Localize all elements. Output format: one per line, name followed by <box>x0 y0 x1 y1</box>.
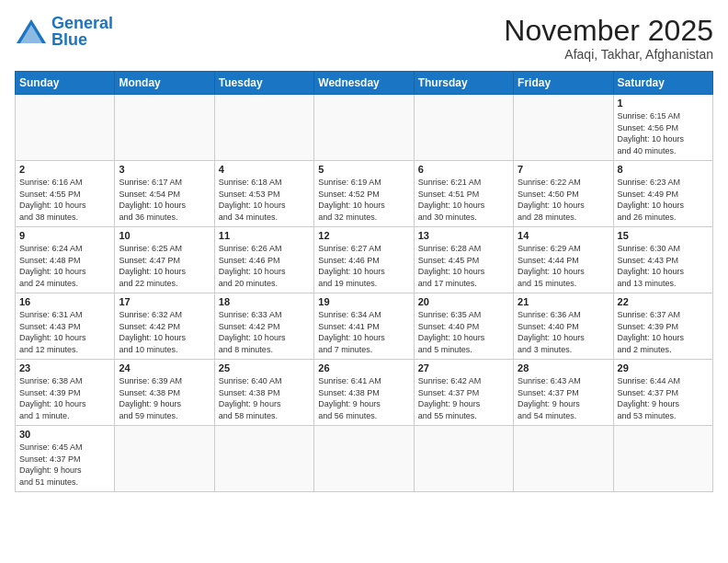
calendar-cell <box>414 95 513 161</box>
calendar-table: SundayMondayTuesdayWednesdayThursdayFrid… <box>15 71 713 491</box>
calendar-cell: 8Sunrise: 6:23 AM Sunset: 4:49 PM Daylig… <box>613 161 712 227</box>
day-info: Sunrise: 6:33 AM Sunset: 4:42 PM Dayligh… <box>219 309 310 355</box>
day-info: Sunrise: 6:41 AM Sunset: 4:38 PM Dayligh… <box>318 375 409 421</box>
calendar-cell: 22Sunrise: 6:37 AM Sunset: 4:39 PM Dayli… <box>613 293 712 360</box>
calendar-cell <box>613 426 712 491</box>
day-number: 25 <box>219 362 310 373</box>
calendar-cell <box>314 426 414 491</box>
day-info: Sunrise: 6:39 AM Sunset: 4:38 PM Dayligh… <box>119 375 210 421</box>
day-info: Sunrise: 6:45 AM Sunset: 4:37 PM Dayligh… <box>19 442 110 488</box>
day-info: Sunrise: 6:44 AM Sunset: 4:37 PM Dayligh… <box>618 375 709 421</box>
day-number: 15 <box>618 230 709 241</box>
title-block: November 2025 Afaqi, Takhar, Afghanistan <box>504 15 713 62</box>
calendar-cell: 3Sunrise: 6:17 AM Sunset: 4:54 PM Daylig… <box>115 161 214 227</box>
day-info: Sunrise: 6:28 AM Sunset: 4:45 PM Dayligh… <box>418 243 509 289</box>
day-info: Sunrise: 6:30 AM Sunset: 4:43 PM Dayligh… <box>618 243 709 289</box>
calendar-cell: 11Sunrise: 6:26 AM Sunset: 4:46 PM Dayli… <box>214 227 313 293</box>
day-number: 17 <box>119 296 210 307</box>
day-info: Sunrise: 6:26 AM Sunset: 4:46 PM Dayligh… <box>219 243 310 289</box>
day-info: Sunrise: 6:19 AM Sunset: 4:52 PM Dayligh… <box>318 177 409 223</box>
day-info: Sunrise: 6:38 AM Sunset: 4:39 PM Dayligh… <box>19 375 110 421</box>
day-number: 6 <box>418 164 509 175</box>
calendar-cell: 10Sunrise: 6:25 AM Sunset: 4:47 PM Dayli… <box>115 227 214 293</box>
day-number: 1 <box>618 98 709 109</box>
calendar-cell: 2Sunrise: 6:16 AM Sunset: 4:55 PM Daylig… <box>16 161 115 227</box>
day-number: 9 <box>19 230 110 241</box>
calendar-cell <box>115 95 214 161</box>
logo-blue: Blue <box>51 30 87 49</box>
day-number: 20 <box>418 296 509 307</box>
day-info: Sunrise: 6:34 AM Sunset: 4:41 PM Dayligh… <box>318 309 409 355</box>
day-info: Sunrise: 6:18 AM Sunset: 4:53 PM Dayligh… <box>219 177 310 223</box>
day-info: Sunrise: 6:24 AM Sunset: 4:48 PM Dayligh… <box>19 243 110 289</box>
calendar-cell: 15Sunrise: 6:30 AM Sunset: 4:43 PM Dayli… <box>613 227 712 293</box>
logo-icon <box>15 17 48 45</box>
calendar-cell: 29Sunrise: 6:44 AM Sunset: 4:37 PM Dayli… <box>613 360 712 426</box>
day-number: 28 <box>518 362 609 373</box>
day-number: 26 <box>318 362 409 373</box>
calendar-cell: 26Sunrise: 6:41 AM Sunset: 4:38 PM Dayli… <box>314 360 414 426</box>
day-number: 5 <box>318 164 409 175</box>
calendar-week-row: 16Sunrise: 6:31 AM Sunset: 4:43 PM Dayli… <box>16 293 713 360</box>
calendar-cell: 27Sunrise: 6:42 AM Sunset: 4:37 PM Dayli… <box>414 360 513 426</box>
day-number: 23 <box>19 362 110 373</box>
day-number: 16 <box>19 296 110 307</box>
calendar-cell <box>314 95 414 161</box>
day-info: Sunrise: 6:25 AM Sunset: 4:47 PM Dayligh… <box>119 243 210 289</box>
weekday-header: Saturday <box>613 72 712 95</box>
calendar-cell: 7Sunrise: 6:22 AM Sunset: 4:50 PM Daylig… <box>514 161 613 227</box>
logo-general: General <box>51 14 113 32</box>
calendar-cell: 9Sunrise: 6:24 AM Sunset: 4:48 PM Daylig… <box>16 227 115 293</box>
weekday-header: Friday <box>514 72 613 95</box>
calendar-cell: 30Sunrise: 6:45 AM Sunset: 4:37 PM Dayli… <box>16 426 115 491</box>
calendar-cell: 5Sunrise: 6:19 AM Sunset: 4:52 PM Daylig… <box>314 161 414 227</box>
calendar-week-row: 1Sunrise: 6:15 AM Sunset: 4:56 PM Daylig… <box>16 95 713 161</box>
day-number: 13 <box>418 230 509 241</box>
weekday-header: Thursday <box>414 72 513 95</box>
day-number: 11 <box>219 230 310 241</box>
day-number: 2 <box>19 164 110 175</box>
weekday-header: Sunday <box>16 72 115 95</box>
day-number: 12 <box>318 230 409 241</box>
day-number: 3 <box>119 164 210 175</box>
calendar-cell: 6Sunrise: 6:21 AM Sunset: 4:51 PM Daylig… <box>414 161 513 227</box>
day-info: Sunrise: 6:17 AM Sunset: 4:54 PM Dayligh… <box>119 177 210 223</box>
calendar-cell: 19Sunrise: 6:34 AM Sunset: 4:41 PM Dayli… <box>314 293 414 360</box>
page: General Blue November 2025 Afaqi, Takhar… <box>0 0 728 563</box>
logo-text: General Blue <box>51 15 113 48</box>
day-info: Sunrise: 6:16 AM Sunset: 4:55 PM Dayligh… <box>19 177 110 223</box>
calendar-week-row: 30Sunrise: 6:45 AM Sunset: 4:37 PM Dayli… <box>16 426 713 491</box>
calendar-header-row: SundayMondayTuesdayWednesdayThursdayFrid… <box>16 72 713 95</box>
weekday-header: Wednesday <box>314 72 414 95</box>
calendar-cell: 17Sunrise: 6:32 AM Sunset: 4:42 PM Dayli… <box>115 293 214 360</box>
day-info: Sunrise: 6:37 AM Sunset: 4:39 PM Dayligh… <box>618 309 709 355</box>
day-info: Sunrise: 6:27 AM Sunset: 4:46 PM Dayligh… <box>318 243 409 289</box>
day-number: 10 <box>119 230 210 241</box>
calendar-cell <box>514 95 613 161</box>
weekday-header: Monday <box>115 72 214 95</box>
day-number: 30 <box>19 429 110 440</box>
logo: General Blue <box>15 15 113 48</box>
day-info: Sunrise: 6:35 AM Sunset: 4:40 PM Dayligh… <box>418 309 509 355</box>
calendar-cell <box>414 426 513 491</box>
day-number: 27 <box>418 362 509 373</box>
calendar-cell: 28Sunrise: 6:43 AM Sunset: 4:37 PM Dayli… <box>514 360 613 426</box>
calendar-cell: 20Sunrise: 6:35 AM Sunset: 4:40 PM Dayli… <box>414 293 513 360</box>
day-number: 24 <box>119 362 210 373</box>
calendar-cell <box>16 95 115 161</box>
day-info: Sunrise: 6:40 AM Sunset: 4:38 PM Dayligh… <box>219 375 310 421</box>
calendar-cell <box>514 426 613 491</box>
day-info: Sunrise: 6:15 AM Sunset: 4:56 PM Dayligh… <box>618 110 709 156</box>
calendar-week-row: 23Sunrise: 6:38 AM Sunset: 4:39 PM Dayli… <box>16 360 713 426</box>
location: Afaqi, Takhar, Afghanistan <box>504 47 713 62</box>
calendar-cell: 14Sunrise: 6:29 AM Sunset: 4:44 PM Dayli… <box>514 227 613 293</box>
day-info: Sunrise: 6:31 AM Sunset: 4:43 PM Dayligh… <box>19 309 110 355</box>
calendar-cell: 25Sunrise: 6:40 AM Sunset: 4:38 PM Dayli… <box>214 360 313 426</box>
day-number: 18 <box>219 296 310 307</box>
day-number: 14 <box>518 230 609 241</box>
day-number: 29 <box>618 362 709 373</box>
day-number: 7 <box>518 164 609 175</box>
day-number: 22 <box>618 296 709 307</box>
day-number: 19 <box>318 296 409 307</box>
calendar-cell: 18Sunrise: 6:33 AM Sunset: 4:42 PM Dayli… <box>214 293 313 360</box>
